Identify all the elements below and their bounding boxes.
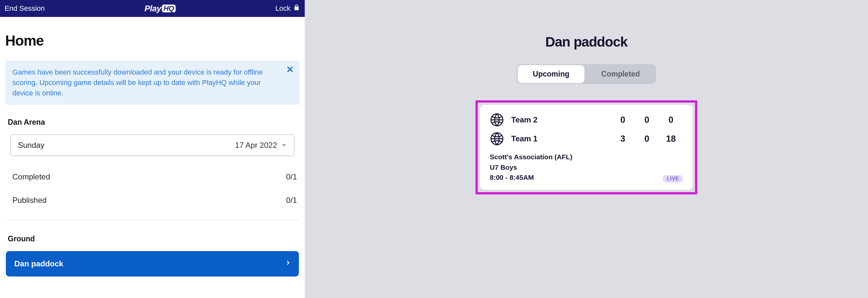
- close-icon[interactable]: ✕: [286, 65, 294, 74]
- home-content: Home Games have been successfully downlo…: [0, 17, 305, 276]
- game-meta-text: Scott's Association (AFL) U7 Boys 8:00 -…: [490, 152, 572, 183]
- status-badge: LIVE: [663, 175, 683, 183]
- team-home-name: Team 1: [511, 134, 611, 143]
- brand-hq-text: HQ: [162, 5, 176, 12]
- team-away-scores: 0 0 0: [611, 115, 683, 125]
- arena-label: Dan Arena: [8, 118, 300, 127]
- ground-button[interactable]: Dan paddock: [6, 251, 299, 276]
- page-title: Home: [5, 33, 300, 49]
- home-score-3: 18: [659, 134, 683, 144]
- lock-icon: [293, 4, 300, 13]
- date-value: 17 Apr 2022: [235, 141, 277, 150]
- game-grade: U7 Boys: [490, 162, 572, 172]
- game-association: Scott's Association (AFL): [490, 152, 572, 162]
- ground-button-label: Dan paddock: [14, 259, 63, 268]
- app-header: End Session PlayHQ Lock: [0, 0, 305, 17]
- game-time: 8:00 - 8:45AM: [490, 172, 572, 183]
- divider: [6, 220, 298, 220]
- game-meta: Scott's Association (AFL) U7 Boys 8:00 -…: [490, 152, 683, 183]
- stat-row-completed: Completed 0/1: [5, 165, 300, 189]
- left-panel: End Session PlayHQ Lock Home Games have …: [0, 0, 305, 298]
- published-value: 0/1: [286, 196, 297, 205]
- right-panel: Dan paddock Upcoming Completed Team 2 0 …: [305, 0, 868, 298]
- globe-icon: [490, 113, 504, 127]
- date-day: Sunday: [18, 141, 44, 150]
- chevron-down-icon: [281, 141, 287, 150]
- team-row-home: Team 1 3 0 18: [490, 132, 683, 146]
- lock-button[interactable]: Lock: [275, 4, 300, 13]
- team-home-scores: 3 0 18: [611, 134, 683, 144]
- ground-title: Dan paddock: [546, 34, 628, 50]
- highlighted-game-frame: Team 2 0 0 0 Team 1 3: [475, 100, 697, 194]
- brand-play-text: Play: [145, 4, 161, 14]
- globe-icon: [490, 132, 504, 146]
- home-score-1: 3: [611, 134, 635, 144]
- stat-row-published: Published 0/1: [5, 189, 300, 212]
- game-card[interactable]: Team 2 0 0 0 Team 1 3: [480, 105, 693, 190]
- segmented-control: Upcoming Completed: [517, 64, 656, 84]
- away-score-2: 0: [635, 115, 659, 125]
- lock-label: Lock: [275, 4, 290, 13]
- date-selector[interactable]: Sunday 17 Apr 2022: [10, 135, 294, 156]
- home-score-2: 0: [635, 134, 659, 144]
- team-row-away: Team 2 0 0 0: [490, 113, 683, 127]
- info-banner: Games have been successfully downloaded …: [5, 60, 300, 105]
- away-score-1: 0: [611, 115, 635, 125]
- team-away-name: Team 2: [511, 115, 611, 125]
- end-session-label: End Session: [5, 4, 45, 13]
- published-label: Published: [12, 196, 46, 205]
- brand-logo: PlayHQ: [145, 4, 176, 14]
- tab-upcoming[interactable]: Upcoming: [518, 65, 584, 83]
- chevron-right-icon: [285, 259, 290, 269]
- tab-completed[interactable]: Completed: [586, 65, 655, 83]
- completed-label: Completed: [12, 172, 50, 182]
- end-session-button[interactable]: End Session: [5, 4, 45, 13]
- completed-value: 0/1: [286, 172, 297, 182]
- away-score-3: 0: [659, 115, 683, 125]
- info-banner-text: Games have been successfully downloaded …: [12, 67, 280, 98]
- ground-label: Ground: [8, 235, 300, 243]
